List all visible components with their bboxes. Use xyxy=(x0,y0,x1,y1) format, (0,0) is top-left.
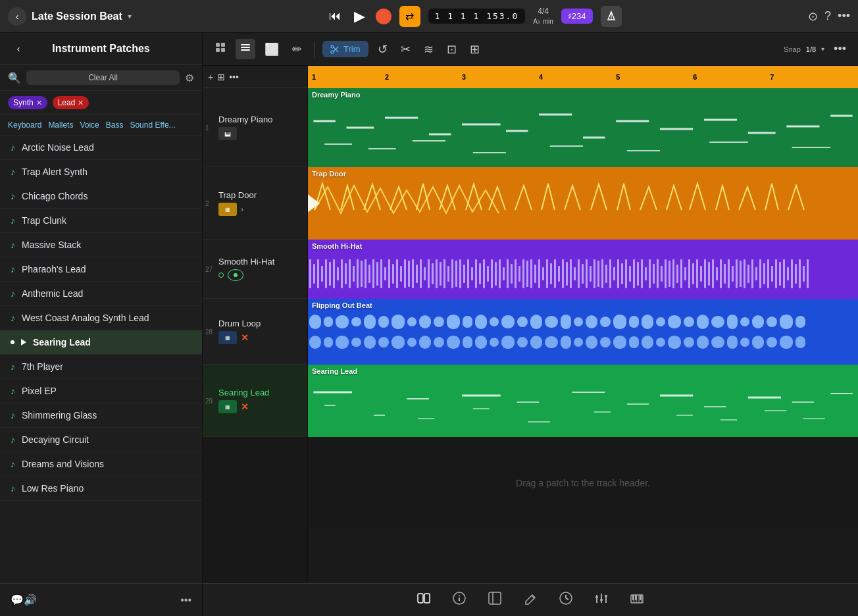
list-item[interactable]: ♪ 7th Player xyxy=(0,355,202,379)
trim-button[interactable]: Trim xyxy=(322,41,368,57)
track-header-dreamy-piano[interactable]: 1 Dreamy Piano 🎹 xyxy=(203,88,307,167)
svg-rect-276 xyxy=(632,595,634,600)
tag-lead-remove[interactable]: ✕ xyxy=(78,99,84,107)
cat-voice[interactable]: Voice xyxy=(80,119,99,131)
ruler-mark-6: 6 xyxy=(693,73,697,81)
volume-button[interactable]: 🔊 xyxy=(24,594,37,606)
svg-rect-229 xyxy=(752,336,764,349)
svg-rect-165 xyxy=(364,315,376,329)
list-item[interactable]: ♪ Anthemic Lead xyxy=(0,282,202,306)
chord-button[interactable]: ♯234 xyxy=(561,9,593,24)
back-button[interactable]: ‹ xyxy=(8,7,26,26)
piano-button[interactable] xyxy=(630,591,644,609)
svg-rect-135 xyxy=(708,262,710,286)
record-button[interactable] xyxy=(376,9,391,24)
grid-view-button[interactable] xyxy=(211,39,230,59)
airplay-button[interactable]: ⊙ xyxy=(808,9,818,24)
cat-mallets[interactable]: Mallets xyxy=(48,119,73,131)
svg-rect-77 xyxy=(479,263,481,284)
svg-rect-104 xyxy=(586,259,588,288)
list-item[interactable]: ♪ Trap Alert Synth xyxy=(0,160,202,184)
refresh-button[interactable]: ↺ xyxy=(374,39,391,59)
cat-sound-effects[interactable]: Sound Effe... xyxy=(130,119,175,131)
add-track-button[interactable]: + xyxy=(208,72,213,82)
project-dropdown-arrow[interactable]: ▾ xyxy=(128,12,132,21)
tag-lead[interactable]: Lead ✕ xyxy=(53,96,89,109)
metronome-button[interactable] xyxy=(601,6,622,27)
list-item[interactable]: ♪ Dreams and Visions xyxy=(0,452,202,476)
right-area: ⬜ ✏ Trim ↺ ✂ ≋ ⊡ ⊞ Snap 1/8 ▾ ••• xyxy=(203,33,858,616)
track-headers: + ⊞ ••• 1 Dreamy Piano 🎹 2 Trap Door xyxy=(203,66,308,583)
tag-synth[interactable]: Synth ✕ xyxy=(8,96,47,109)
svg-rect-277 xyxy=(635,595,637,600)
tracks-scroll[interactable]: Dreamy Piano xyxy=(308,88,858,583)
duplicate-track-button[interactable]: ⊞ xyxy=(217,72,225,82)
list-item[interactable]: ♪ Pixel EP xyxy=(0,379,202,403)
share-button[interactable]: ⊞ xyxy=(466,39,484,59)
patch-name: Chicago Chords xyxy=(22,191,88,201)
cat-keyboard[interactable]: Keyboard xyxy=(8,119,41,131)
more-options-button[interactable]: ••• xyxy=(180,594,191,606)
clock-button[interactable] xyxy=(559,591,573,609)
track-lane-dreamy-piano[interactable]: Dreamy Piano xyxy=(308,88,858,167)
track-lane-smooth-hihat[interactable]: Smooth Hi-Hat // Will be rendered by inl… xyxy=(308,240,858,299)
pen-view-button[interactable]: ✏ xyxy=(288,39,306,59)
more-track-button[interactable]: ••• xyxy=(830,39,850,59)
sidebar-back-button[interactable]: ‹ xyxy=(11,41,26,57)
track-name: Dreamy Piano xyxy=(218,115,301,124)
help-button[interactable]: ? xyxy=(824,9,831,23)
track-header-drum-loop[interactable]: 28 Drum Loop ▦ ✕ xyxy=(203,299,307,365)
loop-region-button[interactable]: ⊡ xyxy=(443,39,461,59)
track-lane-searing-lead[interactable]: Searing Lead xyxy=(308,365,858,437)
track-header-smooth-hihat[interactable]: 27 Smooth Hi-Hat xyxy=(203,240,307,299)
pencil-button[interactable] xyxy=(523,591,538,609)
track-header-searing-lead[interactable]: 29 Searing Lead ▦ ✕ xyxy=(203,365,307,437)
info-button[interactable] xyxy=(452,591,467,609)
svg-rect-224 xyxy=(684,337,694,347)
library-button[interactable] xyxy=(416,591,431,609)
chevron-right-icon[interactable]: › xyxy=(241,205,243,214)
list-item[interactable]: ♪ Chicago Chords xyxy=(0,184,202,209)
list-item[interactable]: ♪ Shimmering Glass xyxy=(0,403,202,428)
cat-bass[interactable]: Bass xyxy=(106,119,124,131)
list-view-button[interactable] xyxy=(236,39,255,59)
track-more-button[interactable]: ••• xyxy=(229,72,239,82)
svg-rect-188 xyxy=(684,317,694,327)
mixer-button[interactable] xyxy=(594,591,609,609)
chat-button[interactable]: 💬 xyxy=(11,594,24,606)
svg-rect-187 xyxy=(668,315,681,328)
tag-synth-remove[interactable]: ✕ xyxy=(36,99,42,107)
clear-all-button[interactable]: Clear All xyxy=(26,70,180,85)
list-item[interactable]: ♪ Pharaoh's Lead xyxy=(0,257,202,282)
tracks-panel-button[interactable] xyxy=(488,591,502,609)
svg-rect-133 xyxy=(700,266,702,282)
svg-rect-111 xyxy=(613,267,615,280)
more-button[interactable]: ••• xyxy=(838,9,850,23)
track-lane-trap-door[interactable]: Trap Door xyxy=(308,167,858,240)
quantize-button[interactable]: ≋ xyxy=(420,39,438,59)
patch-name: Searing Lead xyxy=(33,337,91,347)
list-item[interactable]: ♪ Massive Stack xyxy=(0,233,202,257)
patch-name: Trap Clunk xyxy=(22,215,66,226)
empty-drop-area[interactable]: Drag a patch to the track header. xyxy=(308,437,858,529)
list-item[interactable]: ♪ Trap Clunk xyxy=(0,209,202,233)
play-button[interactable]: ▶ xyxy=(351,5,368,28)
split-button[interactable]: ✂ xyxy=(397,39,415,59)
list-item[interactable]: ♪ West Coast Analog Synth Lead xyxy=(0,306,202,330)
mini-view-button[interactable]: ⬜ xyxy=(261,39,283,59)
list-item[interactable]: ♪ Low Res Piano xyxy=(0,476,202,501)
track-header-trap-door[interactable]: 2 Trap Door ▦ › xyxy=(203,167,307,240)
track-lane-drum-loop[interactable]: Flipping Out Beat xyxy=(308,299,858,365)
svg-rect-270 xyxy=(605,595,607,597)
svg-rect-118 xyxy=(641,259,643,288)
rewind-button[interactable]: ⏮ xyxy=(326,7,343,26)
svg-rect-204 xyxy=(407,338,416,347)
track-keyboard-icon: 🎹 xyxy=(218,127,237,140)
list-item-searing-lead[interactable]: Searing Lead xyxy=(0,330,202,355)
list-item[interactable]: ♪ Decaying Circuit xyxy=(0,428,202,452)
loop-button[interactable]: ⇄ xyxy=(399,6,420,27)
filter-button[interactable]: ⚙ xyxy=(185,72,194,84)
svg-rect-176 xyxy=(517,317,528,327)
svg-rect-134 xyxy=(704,259,706,288)
list-item[interactable]: ♪ Arctic Noise Lead xyxy=(0,136,202,160)
